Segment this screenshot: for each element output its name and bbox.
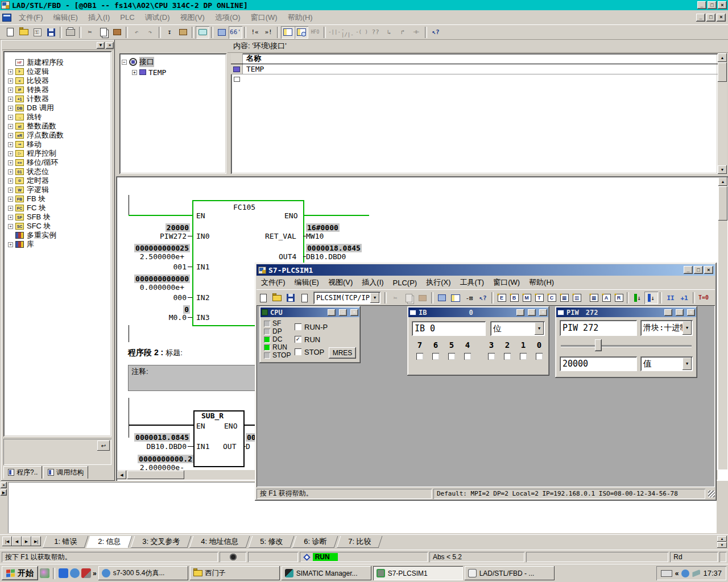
bit-checkbox-6[interactable] xyxy=(432,353,439,360)
network-button[interactable] xyxy=(215,26,229,39)
detail-view-button[interactable] xyxy=(295,26,308,39)
scroll-thumb[interactable] xyxy=(127,471,184,479)
open-branch-button[interactable]: ↳ xyxy=(382,26,396,39)
expand-icon[interactable] xyxy=(8,106,13,111)
cascade-button[interactable] xyxy=(435,292,449,304)
bit-checkbox-1[interactable] xyxy=(520,353,527,360)
next-tab-icon[interactable]: ▶ xyxy=(22,537,31,546)
overview-toggle-button[interactable] xyxy=(281,26,295,39)
cut-button[interactable]: ✂ xyxy=(388,292,402,304)
cpu-window[interactable]: CPU _ □ × SF DP DC RUN STOP RUN-P RUN ST… xyxy=(259,306,361,363)
menu-tools[interactable]: 工具(T) xyxy=(456,276,489,289)
expand-icon[interactable] xyxy=(8,215,13,220)
piw-format-select[interactable]: 滑块:十进制▼ xyxy=(640,320,693,336)
maximize-button[interactable]: □ xyxy=(694,266,703,274)
panel-close-icon[interactable]: × xyxy=(106,42,114,49)
context-help-button[interactable]: ↖? xyxy=(429,26,442,39)
print-button[interactable] xyxy=(64,26,77,39)
quick-launch-overflow-chevron[interactable]: » xyxy=(93,569,97,577)
quick-launch-icon-2[interactable] xyxy=(59,568,68,578)
operand[interactable]: DB10.DBD0 xyxy=(306,252,346,261)
paste-button[interactable] xyxy=(110,26,124,39)
new-button[interactable] xyxy=(257,292,270,304)
dropdown-arrow-icon[interactable]: ▼ xyxy=(370,293,379,303)
catalog-item-status-bits[interactable]: 01状态位 xyxy=(3,167,111,176)
mdi-restore-button[interactable]: □ xyxy=(706,14,715,22)
expand-icon[interactable] xyxy=(8,188,13,193)
operand-line1[interactable]: 0.000000e+ xyxy=(130,283,184,292)
scroll-left-icon[interactable]: ◀ xyxy=(117,471,126,479)
plcsim-window[interactable]: S7-PLCSIM1 _ □ × 文件(F) 编辑(E) 视图(V) 插入(I)… xyxy=(255,263,717,501)
menu-plc[interactable]: PLC(P) xyxy=(388,277,422,288)
insert-timer-button[interactable]: T✶ xyxy=(533,292,545,304)
menu-execute[interactable]: 执行(X) xyxy=(421,276,455,289)
piw-value-format-select[interactable]: 值▼ xyxy=(640,356,693,371)
maximize-button[interactable]: □ xyxy=(676,309,684,316)
redo-button[interactable]: ↷ xyxy=(143,26,157,39)
collapse-icon[interactable]: − xyxy=(122,60,127,65)
insert-generic-button[interactable]: ▦✶ xyxy=(558,292,570,304)
catalog-item-integer-fn[interactable]: ±I整数函数 xyxy=(3,122,111,131)
output-expand-icon[interactable]: ▶ xyxy=(1,489,7,496)
bit-checkbox-7[interactable] xyxy=(416,353,423,360)
expand-icon[interactable] xyxy=(8,178,13,184)
menu-window[interactable]: 窗口(W) xyxy=(246,11,283,24)
tray-network-icon[interactable] xyxy=(692,569,700,577)
scroll-up-icon[interactable]: ▲ xyxy=(718,53,727,62)
quick-launch-icon-4[interactable] xyxy=(81,568,91,578)
operand[interactable]: PIW272 xyxy=(130,232,187,240)
expand-icon[interactable] xyxy=(8,206,13,211)
panel-drag-strip[interactable]: ▼ × xyxy=(2,41,114,50)
tab-comparison[interactable]: 7: 比较 xyxy=(336,536,382,548)
insert-input-button[interactable]: E✶ xyxy=(495,292,508,304)
menu-help[interactable]: 帮助(H) xyxy=(524,276,559,289)
continuous-scan-button[interactable]: ↓ xyxy=(631,292,644,304)
expand-icon[interactable] xyxy=(8,160,13,165)
close-button[interactable]: × xyxy=(350,309,358,316)
expand-icon[interactable] xyxy=(8,169,13,174)
bit-checkbox-2[interactable] xyxy=(504,353,511,360)
expand-icon[interactable] xyxy=(8,124,13,129)
expand-icon[interactable] xyxy=(8,142,13,147)
minimize-button[interactable]: _ xyxy=(516,309,524,316)
menu-edit[interactable]: 编辑(E) xyxy=(290,276,324,289)
catalog-item-fc-blocks[interactable]: FCFC 块 xyxy=(3,203,111,213)
open-online-button[interactable] xyxy=(31,26,44,39)
insert-stacks-button[interactable]: ▦✶ xyxy=(588,292,600,304)
glasses-button[interactable]: 66' xyxy=(229,26,242,39)
catalog-item-program-control[interactable]: ▷程序控制 xyxy=(3,149,111,158)
cut-button[interactable]: ✂ xyxy=(83,26,97,39)
interface-root-row[interactable]: − 接口 xyxy=(119,57,226,67)
cpu-titlebar[interactable]: CPU _ □ × xyxy=(260,307,359,317)
minimize-button[interactable]: _ xyxy=(328,309,336,316)
minimize-button[interactable]: _ xyxy=(684,266,693,274)
minimize-button[interactable]: _ xyxy=(664,309,672,316)
contact-nc-button[interactable]: -|/|- xyxy=(341,26,355,39)
operand[interactable]: M0.0 xyxy=(130,313,187,322)
copy-button[interactable] xyxy=(402,292,416,304)
menu-options[interactable]: 选项(O) xyxy=(210,11,246,24)
catalog-item-counter[interactable]: +1计数器 xyxy=(3,94,111,103)
menu-debug[interactable]: 调试(D) xyxy=(140,11,175,24)
menu-view[interactable]: 视图(V) xyxy=(324,276,357,289)
catalog-item-converter[interactable]: ⇄转换器 xyxy=(3,85,111,94)
tab-errors[interactable]: 1: 错误 xyxy=(43,536,89,548)
tab-call-structure[interactable]: 调用结构 xyxy=(43,466,88,479)
close-button[interactable]: × xyxy=(718,1,727,9)
catalog-item-sfb-blocks[interactable]: SFSFB 块 xyxy=(3,213,111,222)
new-network-button[interactable]: HFO xyxy=(308,26,322,39)
tab-modify[interactable]: 5: 修改 xyxy=(248,536,294,548)
catalog-item-word-logic[interactable]: W字逻辑 xyxy=(3,185,111,194)
minimize-button[interactable]: _ xyxy=(697,1,706,9)
piw-value-field[interactable]: 20000 xyxy=(560,356,637,371)
insert-output-button[interactable]: B✶ xyxy=(508,292,520,304)
stop-checkbox[interactable] xyxy=(295,348,301,355)
goto-next-error-button[interactable]: »! xyxy=(262,26,275,39)
close-button[interactable]: × xyxy=(687,309,695,316)
scroll-down-icon[interactable]: ▼ xyxy=(718,165,727,174)
expand-icon[interactable]: + xyxy=(132,70,137,75)
jump-to-source-button[interactable]: ↩ xyxy=(97,440,110,451)
paste-button[interactable] xyxy=(416,292,429,304)
menu-help[interactable]: 帮助(H) xyxy=(283,11,318,24)
taskbar-item-simatic-manager[interactable]: SIMATIC Manager... xyxy=(282,566,371,580)
